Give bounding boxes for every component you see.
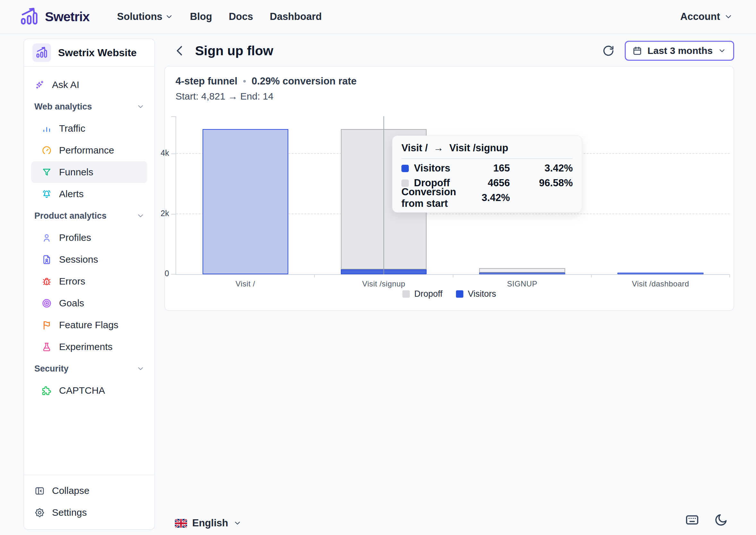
funnel-step-visit-[interactable]: Visit / bbox=[176, 116, 314, 274]
funnel-icon bbox=[41, 167, 52, 178]
user-icon bbox=[41, 233, 52, 243]
chart-legend: DropoffVisitors bbox=[165, 289, 734, 299]
funnel-step-visit-dashboard[interactable]: Visit /dashboard bbox=[591, 116, 730, 274]
visitors-bar-segment[interactable] bbox=[479, 273, 565, 274]
brand-name: Swetrix bbox=[45, 9, 90, 24]
dropoff-bar-segment[interactable] bbox=[479, 268, 565, 273]
legend-label: Visitors bbox=[468, 289, 496, 299]
page-header: Sign up flow Last 3 months bbox=[164, 39, 734, 62]
swetrix-logo-icon bbox=[19, 7, 39, 27]
sidebar-item-label: Funnels bbox=[59, 167, 94, 178]
chevron-down-icon bbox=[165, 13, 173, 21]
flag-icon bbox=[41, 320, 52, 330]
sidebar-item-performance[interactable]: Performance bbox=[31, 139, 147, 161]
x-axis-tick bbox=[453, 274, 453, 277]
sidebar-item-ask-ai[interactable]: Ask AI bbox=[31, 74, 147, 96]
x-axis-label: SIGNUP bbox=[453, 279, 591, 288]
sidebar-footer: CollapseSettings bbox=[24, 475, 154, 529]
bar-stack bbox=[202, 129, 288, 274]
brand-home-link[interactable]: Swetrix bbox=[19, 7, 90, 27]
x-axis-label: Visit /signup bbox=[314, 279, 453, 288]
start-end-label: Start: 4,821 → End: 14 bbox=[176, 91, 734, 102]
nav-link-solutions[interactable]: Solutions bbox=[117, 11, 173, 22]
sidebar-item-errors[interactable]: Errors bbox=[31, 270, 147, 292]
gear-icon bbox=[34, 507, 45, 518]
chevron-down-icon bbox=[718, 46, 726, 55]
tooltip-conversion-value: 3.42% bbox=[472, 192, 510, 204]
chart-tooltip: Visit / → Visit /signup Visitors1653.42%… bbox=[392, 135, 582, 212]
project-header[interactable]: Swetrix Website bbox=[24, 39, 154, 67]
sidebar-section-security[interactable]: Security bbox=[24, 358, 154, 380]
tooltip-series-pct: 3.42% bbox=[518, 162, 573, 174]
legend-label: Dropoff bbox=[414, 289, 443, 299]
sidebar-item-funnels[interactable]: Funnels bbox=[31, 161, 147, 183]
dark-mode-toggle[interactable] bbox=[714, 513, 728, 527]
bar-stack bbox=[479, 268, 565, 274]
sidebar-section-product-analytics[interactable]: Product analytics bbox=[24, 205, 154, 227]
sidebar-item-label: Performance bbox=[59, 145, 114, 156]
sidebar-item-label: Traffic bbox=[59, 123, 85, 134]
y-axis-tick bbox=[171, 214, 176, 214]
chevron-down-icon bbox=[136, 364, 145, 373]
x-axis-label: Visit / bbox=[176, 279, 314, 288]
keyboard-shortcuts-button[interactable] bbox=[685, 513, 699, 527]
tooltip-step-from: Visit / bbox=[401, 142, 428, 154]
footer-actions bbox=[685, 513, 728, 527]
top-nav: Swetrix SolutionsBlogDocsDashboard Accou… bbox=[0, 0, 756, 34]
conversion-rate-label: 0.29% conversion rate bbox=[252, 75, 357, 87]
funnel-card: 4-step funnel 0.29% conversion rate Star… bbox=[164, 66, 734, 311]
nav-link-dashboard[interactable]: Dashboard bbox=[270, 11, 322, 22]
flask-icon bbox=[41, 342, 52, 352]
date-range-button[interactable]: Last 3 months bbox=[625, 41, 734, 61]
legend-item-visitors[interactable]: Visitors bbox=[456, 289, 496, 299]
hover-indicator-line bbox=[384, 116, 384, 274]
sidebar-item-feature-flags[interactable]: Feature Flags bbox=[31, 314, 147, 336]
tooltip-title: Visit / → Visit /signup bbox=[401, 142, 573, 159]
panel-collapse-icon bbox=[34, 486, 45, 496]
uk-flag-icon bbox=[175, 519, 187, 528]
account-menu[interactable]: Account bbox=[680, 11, 733, 22]
visitors-bar-segment[interactable] bbox=[618, 273, 703, 274]
sidebar-item-sessions[interactable]: Sessions bbox=[31, 248, 147, 270]
bell-icon bbox=[41, 189, 52, 199]
y-axis-tick bbox=[171, 116, 176, 117]
sidebar-item-collapse[interactable]: Collapse bbox=[31, 480, 147, 502]
sidebar-item-label: Ask AI bbox=[52, 79, 79, 90]
project-logo bbox=[32, 43, 51, 62]
sidebar-item-settings[interactable]: Settings bbox=[31, 502, 147, 523]
x-axis-tick bbox=[729, 274, 730, 277]
sidebar-item-goals[interactable]: Goals bbox=[31, 292, 147, 314]
sidebar-item-label: Alerts bbox=[59, 188, 84, 199]
sidebar-item-alerts[interactable]: Alerts bbox=[31, 183, 147, 205]
sidebar-item-label: Feature Flags bbox=[59, 320, 119, 330]
nav-link-blog[interactable]: Blog bbox=[190, 11, 212, 22]
gauge-icon bbox=[41, 145, 52, 156]
back-button[interactable] bbox=[173, 44, 187, 58]
sidebar-menu: Ask AIWeb analyticsTrafficPerformanceFun… bbox=[24, 67, 154, 475]
nav-link-docs[interactable]: Docs bbox=[229, 11, 253, 22]
project-name: Swetrix Website bbox=[58, 47, 137, 59]
language-selector[interactable]: English bbox=[175, 515, 242, 532]
sidebar: Swetrix Website Ask AIWeb analyticsTraff… bbox=[23, 39, 155, 530]
sparkles-icon bbox=[34, 80, 45, 90]
sidebar-item-traffic[interactable]: Traffic bbox=[31, 118, 147, 139]
legend-swatch bbox=[456, 290, 463, 298]
tooltip-rows: Visitors1653.42%Dropoff465696.58%Convers… bbox=[401, 161, 573, 205]
puzzle-icon bbox=[41, 385, 52, 396]
sidebar-item-profiles[interactable]: Profiles bbox=[31, 227, 147, 248]
sidebar-item-experiments[interactable]: Experiments bbox=[31, 336, 147, 358]
tooltip-conversion-label: Conversion from start bbox=[401, 190, 463, 205]
legend-item-dropoff[interactable]: Dropoff bbox=[402, 289, 443, 299]
page-title: Sign up flow bbox=[195, 43, 602, 58]
x-axis-label: Visit /dashboard bbox=[591, 279, 730, 288]
sidebar-item-label: Collapse bbox=[52, 485, 90, 496]
y-axis-tick-label: 0 bbox=[165, 269, 169, 278]
refresh-button[interactable] bbox=[602, 44, 615, 57]
sidebar-item-captcha[interactable]: CAPTCHA bbox=[31, 380, 147, 401]
sidebar-item-label: Goals bbox=[59, 298, 84, 309]
visitors-bar-segment[interactable] bbox=[202, 129, 288, 274]
bug-icon bbox=[41, 276, 52, 287]
sidebar-item-label: Experiments bbox=[59, 341, 113, 352]
series-color-swatch bbox=[401, 165, 409, 172]
sidebar-section-web-analytics[interactable]: Web analytics bbox=[24, 96, 154, 118]
